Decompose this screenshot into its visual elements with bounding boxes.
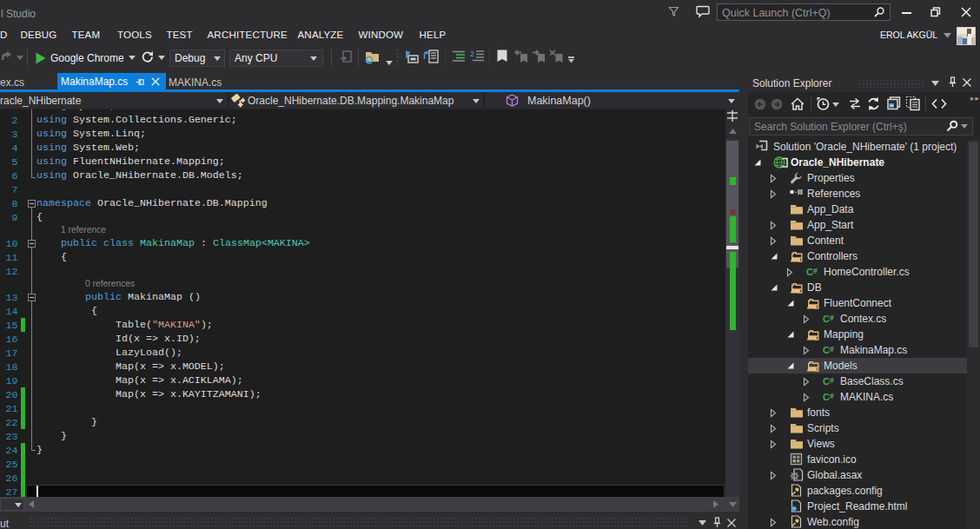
svg-text:#: # [830,392,834,400]
svg-text:#: # [830,314,834,322]
svg-text:#: # [830,345,834,354]
svg-text:2: 2 [470,50,474,58]
svg-text:C: C [823,376,830,387]
svg-text:C: C [823,392,830,402]
svg-text:C: C [823,345,830,355]
svg-text:#: # [830,376,834,385]
svg-text:#: # [813,267,818,275]
svg-text:C: C [823,314,830,324]
svg-text:C: C [806,267,813,277]
